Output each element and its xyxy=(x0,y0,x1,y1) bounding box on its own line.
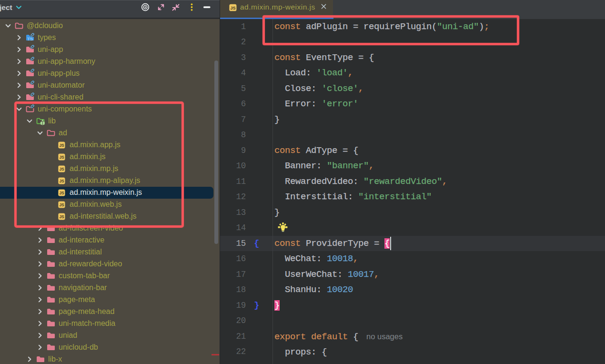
svg-text:JS: JS xyxy=(231,6,236,10)
